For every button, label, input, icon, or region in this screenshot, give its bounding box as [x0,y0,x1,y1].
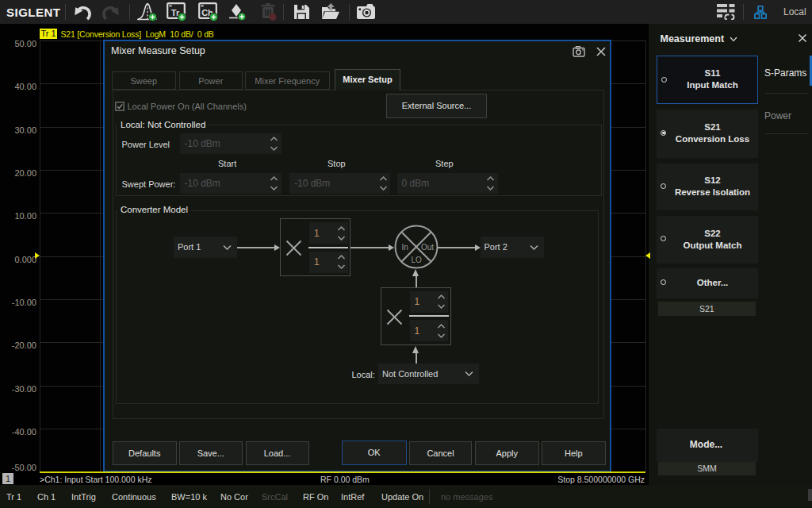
svg-text:LO: LO [412,255,423,264]
svg-text:In: In [402,243,408,252]
svg-text:Out: Out [421,243,434,252]
